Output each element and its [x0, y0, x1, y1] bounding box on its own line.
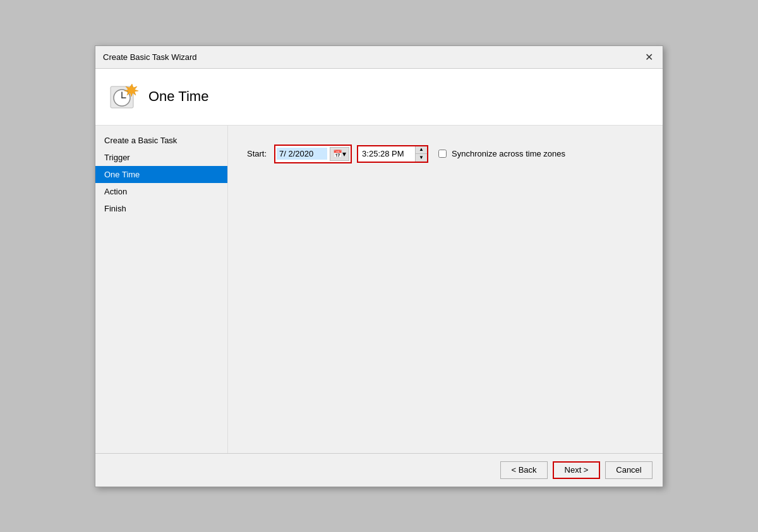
calendar-button[interactable]: 📅▾	[330, 147, 349, 161]
next-button[interactable]: Next >	[553, 461, 600, 479]
date-field-wrapper: 📅▾	[274, 145, 352, 163]
header-section: One Time	[95, 69, 663, 126]
time-decrement-button[interactable]: ▼	[416, 154, 427, 162]
footer: < Back Next > Cancel	[95, 453, 663, 487]
title-bar: Create Basic Task Wizard ✕	[95, 46, 663, 69]
time-input-wrapper: ▲ ▼	[357, 145, 428, 163]
start-row: Start: 📅▾ ▲ ▼	[247, 145, 644, 163]
back-button[interactable]: < Back	[500, 461, 548, 479]
sidebar-item-one-time[interactable]: One Time	[95, 166, 227, 183]
sidebar-item-trigger[interactable]: Trigger	[95, 149, 227, 166]
dialog-title: Create Basic Task Wizard	[103, 52, 197, 62]
date-input[interactable]	[277, 148, 327, 160]
sync-checkbox[interactable]	[438, 150, 447, 158]
calendar-icon: 📅▾	[333, 150, 346, 158]
header-title: One Time	[148, 88, 208, 105]
time-spinner: ▲ ▼	[415, 146, 427, 162]
cancel-button[interactable]: Cancel	[605, 461, 653, 479]
sidebar-item-create-basic-task[interactable]: Create a Basic Task	[95, 132, 227, 149]
close-button[interactable]: ✕	[642, 50, 655, 63]
sync-label: Synchronize across time zones	[452, 149, 565, 158]
content-area: Create a Basic Task Trigger One Time Act…	[95, 126, 663, 453]
dialog-window: Create Basic Task Wizard ✕ One Time Crea…	[95, 45, 663, 487]
sidebar-item-action[interactable]: Action	[95, 183, 227, 200]
sidebar-item-finish[interactable]: Finish	[95, 200, 227, 217]
time-increment-button[interactable]: ▲	[416, 146, 427, 154]
time-input[interactable]	[358, 148, 415, 160]
wizard-icon	[108, 81, 138, 112]
main-panel: Start: 📅▾ ▲ ▼	[228, 126, 663, 453]
start-label: Start:	[247, 149, 267, 158]
sidebar: Create a Basic Task Trigger One Time Act…	[95, 126, 228, 453]
